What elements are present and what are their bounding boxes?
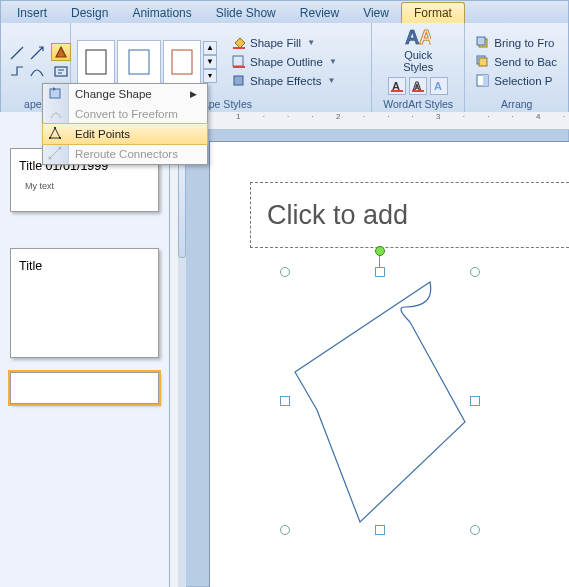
menu-change-shape[interactable]: Change Shape▶ — [43, 84, 207, 104]
horizontal-ruler: 1 · · · 2 · · · 3 · · · 4 · · · 5 · · · … — [186, 112, 569, 130]
shape-outline-button[interactable]: Shape Outline▼ — [227, 53, 342, 71]
svg-rect-4 — [233, 47, 245, 49]
svg-rect-7 — [234, 76, 243, 85]
reroute-icon — [48, 146, 64, 162]
selection-pane-button[interactable]: Selection P — [471, 72, 562, 90]
svg-rect-21 — [50, 89, 60, 98]
svg-rect-11 — [391, 90, 403, 92]
tab-format[interactable]: Format — [401, 2, 465, 23]
group-label-arrange: Arrang — [471, 97, 562, 111]
svg-point-26 — [59, 147, 62, 150]
resize-handle-sw[interactable] — [280, 525, 290, 535]
freeform-icon — [48, 106, 64, 122]
quick-styles-button[interactable]: AA Quick Styles — [396, 26, 440, 73]
change-shape-icon — [48, 86, 64, 102]
style-item-1[interactable] — [77, 40, 115, 84]
svg-rect-13 — [412, 90, 424, 92]
gallery-down-icon[interactable]: ▼ — [203, 55, 217, 69]
thumb-body: My text — [25, 181, 150, 191]
tab-design[interactable]: Design — [59, 3, 120, 23]
edit-shape-menu: Change Shape▶ Convert to Freeform Edit P… — [42, 83, 208, 165]
bucket-icon — [232, 36, 246, 50]
freeform-path[interactable] — [285, 272, 475, 530]
svg-rect-1 — [86, 50, 106, 74]
tab-insert[interactable]: Insert — [5, 3, 59, 23]
ribbon-tabs: Insert Design Animations Slide Show Revi… — [1, 1, 568, 23]
rotation-handle[interactable] — [375, 246, 385, 256]
bring-front-icon — [476, 36, 490, 50]
svg-rect-3 — [172, 50, 192, 74]
send-back-icon — [476, 55, 490, 69]
slide-thumbnail[interactable]: Title — [10, 248, 159, 358]
slide-thumbnail[interactable] — [10, 372, 159, 404]
effects-icon — [232, 74, 246, 88]
work-area: Title 01/01/1999 My text Title 1 · · · 2… — [0, 112, 569, 587]
svg-rect-6 — [233, 66, 245, 68]
text-effects-icon[interactable]: A — [430, 77, 448, 95]
shape-arrow-icon[interactable] — [27, 44, 47, 62]
edit-points-icon — [48, 126, 64, 142]
svg-rect-24 — [59, 137, 61, 139]
resize-handle-n[interactable] — [375, 267, 385, 277]
shape-fill-button[interactable]: Shape Fill▼ — [227, 34, 342, 52]
style-item-3[interactable] — [163, 40, 201, 84]
svg-text:A: A — [405, 26, 419, 48]
svg-rect-23 — [54, 127, 56, 129]
svg-text:A: A — [419, 26, 431, 48]
resize-handle-w[interactable] — [280, 396, 290, 406]
svg-text:A: A — [434, 80, 442, 92]
resize-handle-e[interactable] — [470, 396, 480, 406]
svg-rect-20 — [483, 75, 488, 86]
text-fill-icon[interactable]: A — [388, 77, 406, 95]
selection-pane-icon — [476, 74, 490, 88]
slide-thumbnails-pane: Title 01/01/1999 My text Title — [0, 112, 170, 587]
gallery-more-icon[interactable]: ▾ — [203, 69, 217, 83]
group-arrange: Bring to Fro Send to Bac Selection P Arr… — [465, 23, 568, 112]
resize-handle-se[interactable] — [470, 525, 480, 535]
tab-review[interactable]: Review — [288, 3, 351, 23]
shape-styles-gallery[interactable]: ▲ ▼ ▾ — [77, 40, 217, 84]
resize-handle-s[interactable] — [375, 525, 385, 535]
svg-rect-16 — [477, 37, 485, 45]
svg-rect-5 — [233, 56, 243, 66]
wordart-A-icon: AA — [405, 26, 431, 48]
bring-to-front-button[interactable]: Bring to Fro — [471, 34, 562, 52]
ribbon: apes ▲ ▼ ▾ Shape Fill▼ — [1, 23, 568, 113]
menu-reroute-connectors: Reroute Connectors — [43, 144, 207, 164]
menu-edit-points[interactable]: Edit Points — [43, 124, 207, 144]
shape-elbow-icon[interactable] — [7, 62, 27, 80]
selected-freeform-shape[interactable] — [285, 272, 475, 530]
shape-effects-button[interactable]: Shape Effects▼ — [227, 72, 342, 90]
svg-rect-0 — [55, 67, 67, 76]
gallery-up-icon[interactable]: ▲ — [203, 41, 217, 55]
tab-animations[interactable]: Animations — [120, 3, 203, 23]
title-placeholder[interactable]: Click to add — [250, 182, 569, 248]
thumbnails-scrollbar[interactable] — [178, 112, 186, 587]
send-to-back-button[interactable]: Send to Bac — [471, 53, 562, 71]
text-outline-icon[interactable]: A — [409, 77, 427, 95]
svg-rect-2 — [129, 50, 149, 74]
tab-slideshow[interactable]: Slide Show — [204, 3, 288, 23]
shape-line-icon[interactable] — [7, 44, 27, 62]
resize-handle-ne[interactable] — [470, 267, 480, 277]
text-box-button[interactable] — [51, 62, 71, 80]
thumb-title: Title — [19, 259, 150, 273]
group-wordart-styles: AA Quick Styles A A A WordArt Styles — [372, 23, 465, 112]
slide-canvas[interactable]: Click to add — [210, 142, 569, 587]
pencil-outline-icon — [232, 55, 246, 69]
edit-shape-button[interactable] — [51, 43, 71, 61]
style-item-2[interactable] — [117, 40, 161, 84]
resize-handle-nw[interactable] — [280, 267, 290, 277]
group-label-wordart: WordArt Styles — [378, 97, 458, 111]
svg-rect-22 — [49, 137, 51, 139]
shape-curve-icon[interactable] — [27, 62, 47, 80]
svg-rect-18 — [479, 58, 487, 66]
tab-view[interactable]: View — [351, 3, 401, 23]
menu-convert-freeform: Convert to Freeform — [43, 104, 207, 124]
svg-point-25 — [49, 157, 52, 160]
